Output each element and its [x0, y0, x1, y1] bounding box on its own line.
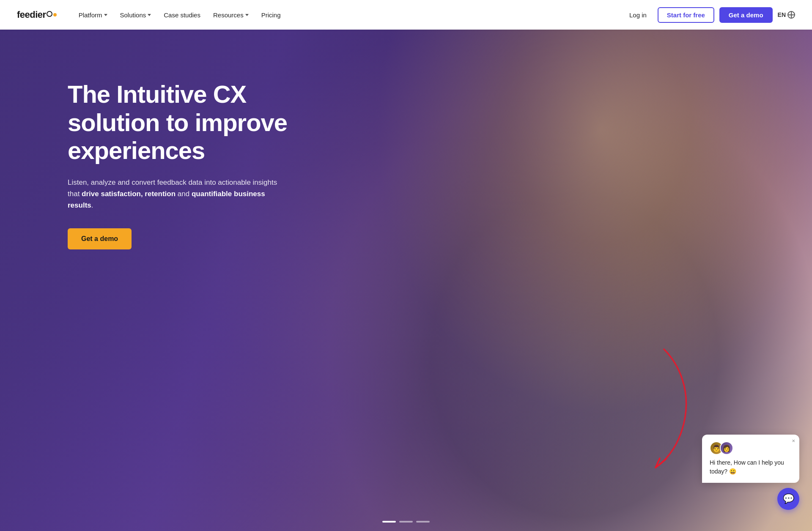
hero-slide-dots — [382, 521, 430, 523]
logo-bubble-icon — [47, 11, 52, 17]
get-demo-nav-button[interactable]: Get a demo — [719, 7, 773, 23]
nav-links: Platform Solutions Case studies Resource… — [74, 8, 623, 22]
nav-item-platform[interactable]: Platform — [74, 8, 112, 22]
nav-case-label: Case studies — [164, 11, 200, 19]
nav-item-solutions[interactable]: Solutions — [115, 8, 156, 22]
navbar: feedier Platform Solutions Case studies … — [0, 0, 812, 30]
logo[interactable]: feedier — [17, 9, 57, 20]
hero-title: The Intuitive CX solution to improve exp… — [68, 80, 296, 165]
hero-subtitle-and: and — [176, 190, 192, 198]
hero-subtitle: Listen, analyze and convert feedback dat… — [68, 177, 288, 211]
chat-message: Hi there, How can I help you today? 😀 — [710, 458, 792, 476]
chat-avatars: 👨 👩 — [710, 441, 792, 455]
logo-dot-icon — [53, 13, 57, 16]
hero-subtitle-bold1: drive satisfaction, retention — [82, 190, 176, 198]
chat-launcher-button[interactable]: 💬 — [777, 488, 799, 510]
nav-resources-label: Resources — [213, 11, 244, 19]
hero-subtitle-end: . — [91, 201, 93, 209]
language-selector[interactable]: EN — [778, 11, 795, 19]
chevron-down-icon — [104, 14, 107, 16]
chat-launcher-icon: 💬 — [783, 493, 794, 504]
nav-item-case-studies[interactable]: Case studies — [159, 8, 206, 22]
hero-section: The Intuitive CX solution to improve exp… — [0, 30, 812, 531]
nav-item-pricing[interactable]: Pricing — [256, 8, 286, 22]
logo-text: feedier — [17, 9, 46, 20]
login-button[interactable]: Log in — [623, 8, 653, 22]
nav-right: Log in Start for free Get a demo EN — [623, 7, 795, 23]
nav-solutions-label: Solutions — [120, 11, 146, 19]
chat-avatar-2: 👩 — [720, 441, 733, 455]
chevron-down-icon — [245, 14, 249, 16]
slide-dot-1[interactable] — [382, 521, 396, 523]
nav-pricing-label: Pricing — [261, 11, 281, 19]
start-free-button[interactable]: Start for free — [658, 7, 714, 23]
nav-item-resources[interactable]: Resources — [208, 8, 254, 22]
chat-bubble: × 👨 👩 Hi there, How can I help you today… — [702, 435, 799, 483]
chat-widget: × 👨 👩 Hi there, How can I help you today… — [702, 435, 799, 510]
lang-label: EN — [778, 11, 786, 18]
nav-platform-label: Platform — [79, 11, 102, 19]
hero-content: The Intuitive CX solution to improve exp… — [0, 30, 296, 249]
globe-icon — [787, 11, 795, 19]
chat-close-button[interactable]: × — [792, 438, 795, 443]
slide-dot-3[interactable] — [416, 521, 430, 523]
chevron-down-icon — [148, 14, 151, 16]
slide-dot-2[interactable] — [399, 521, 413, 523]
get-demo-hero-button[interactable]: Get a demo — [68, 228, 132, 249]
